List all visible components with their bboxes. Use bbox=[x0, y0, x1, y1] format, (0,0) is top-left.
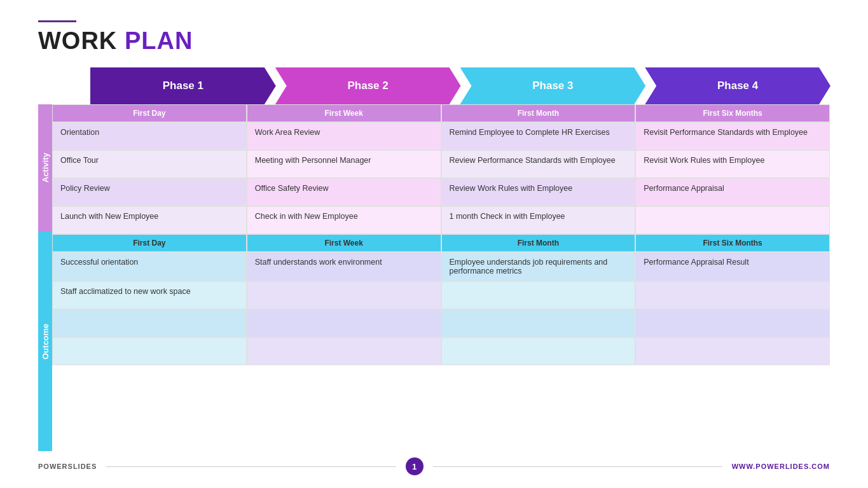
phase4-arrow: Phase 4 bbox=[645, 67, 830, 104]
outcome-r1-c3: Employee understands job requirements an… bbox=[441, 252, 636, 281]
outcome-r2-c2 bbox=[247, 281, 441, 309]
outcome-r4-c3 bbox=[441, 337, 636, 365]
outcome-header-col4: First Six Months bbox=[635, 234, 830, 252]
outcome-r4-c1 bbox=[52, 337, 247, 365]
outcome-row-3 bbox=[52, 309, 830, 337]
activity-row-1: Orientation Work Area Review Remind Empl… bbox=[52, 122, 830, 150]
phase3-label: Phase 3 bbox=[532, 80, 573, 92]
activity-r1-c3: Remind Employee to Complete HR Exercises bbox=[441, 122, 636, 150]
phase3-arrow: Phase 3 bbox=[460, 67, 646, 104]
header-accent-line bbox=[38, 20, 76, 22]
activity-r4-c1: Launch with New Employee bbox=[52, 206, 247, 234]
outcome-r2-c4 bbox=[635, 281, 830, 309]
outcome-header-row: First Day First Week First Month First S… bbox=[52, 234, 830, 252]
activity-r3-c1: Policy Review bbox=[52, 178, 247, 206]
activity-row-4: Launch with New Employee Check in with N… bbox=[52, 206, 830, 234]
activity-r2-c2: Meeting with Personnel Manager bbox=[247, 150, 441, 178]
activity-r4-c2: Check in with New Employee bbox=[247, 206, 441, 234]
phase2-label: Phase 2 bbox=[347, 80, 388, 92]
outcome-r1-c1: Successful orientation bbox=[52, 252, 247, 281]
activity-section: First Day First Week First Month First S… bbox=[52, 104, 830, 234]
activity-r3-c4: Performance Appraisal bbox=[635, 178, 830, 206]
outcome-r4-c2 bbox=[247, 337, 441, 365]
outcome-r4-c4 bbox=[635, 337, 830, 365]
outcome-header-col1: First Day bbox=[52, 234, 247, 252]
phase4-label: Phase 4 bbox=[717, 80, 758, 92]
activity-header-col4: First Six Months bbox=[635, 104, 830, 122]
phases-bar: Phase 1 Phase 2 Phase 3 Phase 4 bbox=[90, 67, 830, 104]
footer: POWERSLIDES 1 WWW.POWERLIDES.COM bbox=[38, 451, 830, 475]
header: WORK PLAN bbox=[38, 20, 830, 55]
outcome-r3-c2 bbox=[247, 309, 441, 337]
activity-r1-c2: Work Area Review bbox=[247, 122, 441, 150]
outcome-r3-c3 bbox=[441, 309, 636, 337]
footer-page-badge: 1 bbox=[406, 457, 424, 475]
activity-header-col2: First Week bbox=[247, 104, 441, 122]
outcome-section: First Day First Week First Month First S… bbox=[52, 234, 830, 451]
activity-header-col1: First Day bbox=[52, 104, 247, 122]
outcome-r1-c2: Staff understands work environment bbox=[247, 252, 441, 281]
footer-line-left bbox=[106, 466, 396, 467]
activity-r4-c4 bbox=[635, 206, 830, 234]
activity-r2-c3: Review Performance Standards with Employ… bbox=[441, 150, 636, 178]
outcome-row-1: Successful orientation Staff understands… bbox=[52, 252, 830, 281]
outcome-r2-c1: Staff acclimatized to new work space bbox=[52, 281, 247, 309]
grid: First Day First Week First Month First S… bbox=[52, 104, 830, 451]
outcome-r3-c4 bbox=[635, 309, 830, 337]
title-work: WORK bbox=[38, 27, 125, 54]
activity-r3-c2: Office Safety Review bbox=[247, 178, 441, 206]
title-plan: PLAN bbox=[125, 27, 193, 54]
outcome-label: Outcome bbox=[38, 232, 52, 451]
activity-row-3: Policy Review Office Safety Review Revie… bbox=[52, 178, 830, 206]
outcome-row-4 bbox=[52, 337, 830, 365]
activity-r2-c1: Office Tour bbox=[52, 150, 247, 178]
row-labels: Activity Outcome bbox=[38, 104, 52, 451]
outcome-r2-c3 bbox=[441, 281, 636, 309]
outcome-row-2: Staff acclimatized to new work space bbox=[52, 281, 830, 309]
activity-r2-c4: Revisit Work Rules with Employee bbox=[635, 150, 830, 178]
phase2-arrow: Phase 2 bbox=[275, 67, 461, 104]
phase1-label: Phase 1 bbox=[163, 80, 203, 92]
activity-label: Activity bbox=[38, 104, 52, 232]
phase1-arrow: Phase 1 bbox=[90, 67, 276, 104]
footer-brand-right: WWW.POWERLIDES.COM bbox=[732, 463, 830, 470]
table-wrapper: Activity Outcome First Day First Week Fi… bbox=[38, 104, 830, 451]
footer-brand-left: POWERSLIDES bbox=[38, 463, 97, 470]
activity-header-row: First Day First Week First Month First S… bbox=[52, 104, 830, 122]
activity-r1-c1: Orientation bbox=[52, 122, 247, 150]
activity-r4-c3: 1 month Check in with Employee bbox=[441, 206, 636, 234]
main-content: Phase 1 Phase 2 Phase 3 Phase 4 Activity… bbox=[38, 67, 830, 451]
page: WORK PLAN Phase 1 Phase 2 Phase 3 Phase … bbox=[0, 0, 868, 488]
outcome-r3-c1 bbox=[52, 309, 247, 337]
footer-line-right bbox=[433, 466, 722, 467]
outcome-r1-c4: Performance Appraisal Result bbox=[635, 252, 830, 281]
outcome-header-col2: First Week bbox=[247, 234, 441, 252]
page-title: WORK PLAN bbox=[38, 27, 830, 55]
activity-row-2: Office Tour Meeting with Personnel Manag… bbox=[52, 150, 830, 178]
activity-r1-c4: Revisit Performance Standards with Emplo… bbox=[635, 122, 830, 150]
outcome-header-col3: First Month bbox=[441, 234, 636, 252]
activity-header-col3: First Month bbox=[441, 104, 636, 122]
activity-r3-c3: Review Work Rules with Employee bbox=[441, 178, 636, 206]
